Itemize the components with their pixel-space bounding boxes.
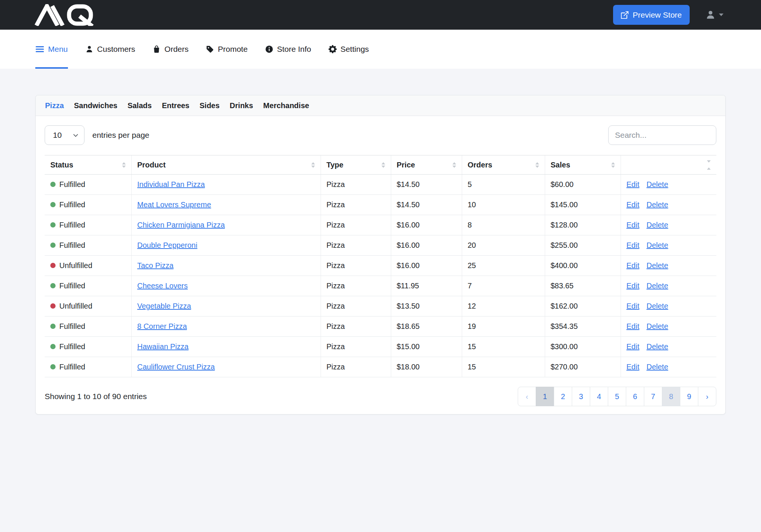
- sort-icon: [707, 160, 711, 170]
- edit-link[interactable]: Edit: [627, 221, 639, 229]
- product-link[interactable]: Cheese Lovers: [137, 282, 188, 290]
- user-menu[interactable]: [705, 10, 723, 20]
- column-header-price[interactable]: Price: [391, 155, 462, 175]
- status-dot: [50, 182, 56, 187]
- pagination-page-1[interactable]: 1: [536, 387, 554, 406]
- table-row: FulfilledMeat Lovers SupremePizza$14.501…: [45, 195, 716, 215]
- table-row: Fulfilled8 Corner PizzaPizza$18.6519$354…: [45, 316, 716, 337]
- edit-link[interactable]: Edit: [627, 261, 639, 270]
- delete-link[interactable]: Delete: [646, 221, 668, 229]
- column-header-sales[interactable]: Sales: [545, 155, 621, 175]
- tab-sandwiches[interactable]: Sandwiches: [74, 101, 118, 110]
- product-link[interactable]: Double Pepperoni: [137, 241, 197, 249]
- type-cell: Pizza: [321, 337, 391, 357]
- nav-item-store-info[interactable]: Store Info: [265, 30, 311, 69]
- price-cell: $18.65: [391, 316, 462, 337]
- delete-link[interactable]: Delete: [646, 200, 668, 209]
- tab-merchandise[interactable]: Merchandise: [263, 101, 309, 110]
- column-header-actions[interactable]: [621, 155, 716, 175]
- sales-cell: $270.00: [545, 357, 621, 377]
- nav-item-menu[interactable]: Menu: [35, 30, 68, 69]
- orders-cell: 7: [462, 276, 545, 296]
- menu-card: PizzaSandwichesSaladsEntreesSidesDrinksM…: [35, 95, 726, 414]
- column-header-product[interactable]: Product: [131, 155, 321, 175]
- product-link[interactable]: Hawaiian Pizza: [137, 342, 189, 351]
- status-label: Fulfilled: [59, 180, 85, 189]
- delete-link[interactable]: Delete: [646, 302, 668, 310]
- nav-item-settings[interactable]: Settings: [329, 30, 369, 69]
- page-size-label: entries per page: [92, 131, 149, 140]
- edit-link[interactable]: Edit: [627, 241, 639, 249]
- delete-link[interactable]: Delete: [646, 282, 668, 290]
- product-link[interactable]: 8 Corner Pizza: [137, 322, 187, 330]
- tab-pizza[interactable]: Pizza: [45, 101, 64, 110]
- nav-item-customers[interactable]: Customers: [85, 30, 136, 69]
- pagination-next[interactable]: ›: [698, 387, 716, 406]
- status-dot: [50, 243, 56, 248]
- sort-icon: [535, 162, 539, 168]
- delete-link[interactable]: Delete: [646, 180, 668, 188]
- product-link[interactable]: Meat Lovers Supreme: [137, 200, 211, 209]
- edit-link[interactable]: Edit: [627, 180, 639, 188]
- nav-item-orders[interactable]: Orders: [152, 30, 188, 69]
- pagination-page-3[interactable]: 3: [572, 387, 590, 406]
- status-dot: [50, 202, 56, 207]
- edit-link[interactable]: Edit: [627, 363, 639, 371]
- pagination-page-7[interactable]: 7: [644, 387, 662, 406]
- nav-item-promote[interactable]: Promote: [206, 30, 247, 69]
- sales-cell: $255.00: [545, 235, 621, 256]
- edit-link[interactable]: Edit: [627, 200, 639, 209]
- tab-salads[interactable]: Salads: [128, 101, 152, 110]
- pagination-page-6[interactable]: 6: [626, 387, 644, 406]
- sales-cell: $128.00: [545, 215, 621, 235]
- delete-link[interactable]: Delete: [646, 241, 668, 249]
- product-link[interactable]: Individual Pan Pizza: [137, 180, 205, 188]
- type-cell: Pizza: [321, 296, 391, 316]
- column-header-orders[interactable]: Orders: [462, 155, 545, 175]
- tab-entrees[interactable]: Entrees: [162, 101, 189, 110]
- edit-link[interactable]: Edit: [627, 342, 639, 351]
- search-input[interactable]: [608, 125, 716, 145]
- delete-link[interactable]: Delete: [646, 363, 668, 371]
- page-size-select[interactable]: 10: [45, 125, 84, 145]
- external-link-icon: [621, 11, 628, 19]
- status-label: Unfulfilled: [59, 261, 92, 270]
- pagination-page-9[interactable]: 9: [680, 387, 698, 406]
- column-label: Type: [327, 161, 344, 169]
- product-link[interactable]: Chicken Parmigiana Pizza: [137, 221, 225, 229]
- tab-sides[interactable]: Sides: [200, 101, 220, 110]
- product-link[interactable]: Cauliflower Crust Pizza: [137, 363, 215, 371]
- type-cell: Pizza: [321, 357, 391, 377]
- pagination-page-8[interactable]: 8: [662, 387, 680, 406]
- product-link[interactable]: Taco Pizza: [137, 261, 174, 270]
- topbar-actions: Preview Store: [613, 5, 723, 25]
- user-avatar-icon: [705, 10, 716, 20]
- delete-link[interactable]: Delete: [646, 261, 668, 270]
- delete-link[interactable]: Delete: [646, 342, 668, 351]
- status-dot: [50, 324, 56, 329]
- price-cell: $16.00: [391, 215, 462, 235]
- page-size-control: 10 entries per page: [45, 125, 149, 145]
- pagination-page-4[interactable]: 4: [590, 387, 608, 406]
- column-header-status[interactable]: Status: [45, 155, 131, 175]
- preview-store-button[interactable]: Preview Store: [613, 5, 690, 25]
- person-icon: [85, 45, 93, 53]
- tag-icon: [206, 45, 214, 53]
- pagination-prev[interactable]: ‹: [518, 387, 536, 406]
- column-header-type[interactable]: Type: [321, 155, 391, 175]
- tab-drinks[interactable]: Drinks: [230, 101, 253, 110]
- product-link[interactable]: Vegetable Pizza: [137, 302, 191, 310]
- status-label: Fulfilled: [59, 200, 85, 209]
- column-label: Sales: [551, 161, 570, 169]
- status-dot: [50, 263, 56, 268]
- edit-link[interactable]: Edit: [627, 302, 639, 310]
- status-label: Fulfilled: [59, 322, 85, 331]
- pagination-page-2[interactable]: 2: [554, 387, 572, 406]
- delete-link[interactable]: Delete: [646, 322, 668, 330]
- pagination-page-5[interactable]: 5: [608, 387, 626, 406]
- edit-link[interactable]: Edit: [627, 282, 639, 290]
- type-cell: Pizza: [321, 276, 391, 296]
- type-cell: Pizza: [321, 175, 391, 195]
- edit-link[interactable]: Edit: [627, 322, 639, 330]
- table-row: FulfilledIndividual Pan PizzaPizza$14.50…: [45, 175, 716, 195]
